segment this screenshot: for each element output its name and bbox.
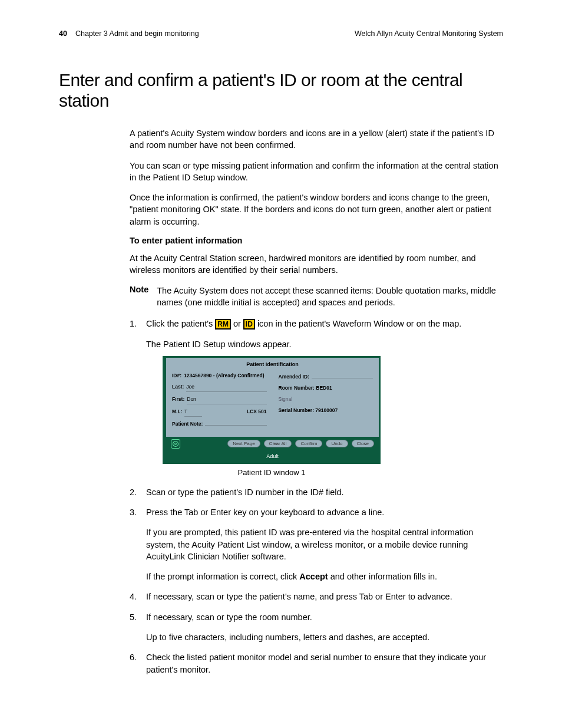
first-label: First: xyxy=(172,396,184,403)
mi-input[interactable]: T xyxy=(184,409,202,417)
step-3: Press the Tab or Enter key on your keybo… xyxy=(130,506,503,582)
undo-button[interactable]: Undo xyxy=(326,440,348,447)
note-block: Note The Acuity System does not accept t… xyxy=(130,285,503,309)
svg-point-1 xyxy=(175,443,177,444)
confirm-button[interactable]: Confirm xyxy=(295,440,322,447)
intro-para-1: A patient's Acuity System window borders… xyxy=(130,127,503,151)
id-label: ID#: xyxy=(172,373,181,380)
id-icon: ID xyxy=(243,319,255,330)
mi-label: M.I.: xyxy=(172,409,182,416)
first-input[interactable]: Don xyxy=(187,396,266,404)
step-5: If necessary, scan or type the room numb… xyxy=(130,611,503,644)
intro-para-2: You can scan or type missing patient inf… xyxy=(130,160,503,184)
patient-note-label: Patient Note: xyxy=(172,421,203,428)
intro-para-3: Once the information is confirmed, the p… xyxy=(130,192,503,228)
help-icon[interactable] xyxy=(171,439,180,449)
close-button[interactable]: Close xyxy=(352,440,374,447)
signal-label: Signal xyxy=(279,396,293,403)
product-label: Welch Allyn Acuity Central Monitoring Sy… xyxy=(355,29,503,38)
page-header: 40 Chapter 3 Admit and begin monitoring … xyxy=(59,29,503,38)
window-footer: Adult xyxy=(166,451,379,462)
step-list: Click the patient's RM or ID icon in the… xyxy=(130,318,503,676)
step-3-sub2: If the prompt information is correct, cl… xyxy=(146,571,503,582)
step-6: Check the listed patient monitor model a… xyxy=(130,651,503,676)
amended-input[interactable] xyxy=(312,377,373,378)
chapter-label: Chapter 3 Admit and begin monitoring xyxy=(75,29,199,38)
svg-point-0 xyxy=(173,441,178,446)
room-number: Room Number: BED01 xyxy=(279,385,332,392)
patient-id-window: Patient Identification ID#: 1234567890 -… xyxy=(163,356,381,464)
figure-patient-id-window: Patient Identification ID#: 1234567890 -… xyxy=(163,356,503,478)
note-text: The Acuity System does not accept these … xyxy=(157,285,503,309)
procedure-intro: At the Acuity Central Station screen, ha… xyxy=(130,252,503,276)
last-label: Last: xyxy=(172,384,184,391)
window-title: Patient Identification xyxy=(166,358,379,371)
clear-all-button[interactable]: Clear All xyxy=(264,440,292,447)
step-2: Scan or type the patient's ID number in … xyxy=(130,486,503,498)
figure-caption: Patient ID window 1 xyxy=(163,467,381,478)
step-1: Click the patient's RM or ID icon in the… xyxy=(130,318,503,477)
step-3-sub1: If you are prompted, this patient ID was… xyxy=(146,526,503,562)
last-input[interactable]: Joe xyxy=(186,384,266,392)
model-value: LCX 501 xyxy=(247,409,267,416)
page-number: 40 xyxy=(59,29,67,38)
amended-label: Amended ID: xyxy=(279,374,309,381)
id-value: 1234567890 - (Already Confirmed) xyxy=(184,373,265,380)
step-5-sub: Up to five characters, including numbers… xyxy=(146,631,503,643)
note-label: Note xyxy=(130,285,148,309)
serial-number: Serial Number: 79100007 xyxy=(279,407,338,414)
button-bar: Next Page Clear All Confirm Undo Close xyxy=(166,437,379,451)
procedure-heading: To enter patient information xyxy=(130,236,503,245)
step-1-sub: The Patient ID Setup windows appear. xyxy=(146,338,503,350)
step-4: If necessary, scan or type the patient's… xyxy=(130,591,503,602)
rm-icon: RM xyxy=(215,319,231,330)
patient-note-input[interactable] xyxy=(205,424,266,426)
page-title: Enter and confirm a patient's ID or room… xyxy=(59,70,503,111)
next-page-button[interactable]: Next Page xyxy=(227,440,260,447)
